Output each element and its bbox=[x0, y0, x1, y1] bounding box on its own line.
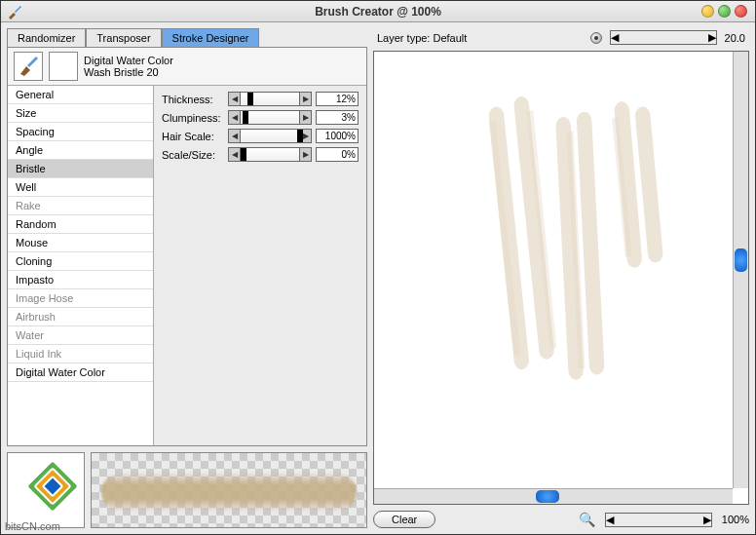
prop-label: Scale/Size: bbox=[162, 149, 224, 161]
category-item[interactable]: Mouse bbox=[8, 234, 153, 252]
category-item[interactable]: Angle bbox=[8, 141, 153, 160]
zoom-slider[interactable]: ◀▶ bbox=[605, 513, 712, 527]
category-item: Image Hose bbox=[8, 289, 153, 308]
prop-value[interactable]: 3% bbox=[316, 110, 359, 125]
category-item: Liquid Ink bbox=[8, 345, 153, 363]
titlebar: Brush Creator @ 100% bbox=[1, 1, 755, 22]
canvas-area bbox=[373, 51, 749, 505]
category-item[interactable]: Well bbox=[8, 178, 153, 197]
arrow-right-icon[interactable]: ▶ bbox=[299, 111, 311, 124]
arrow-right-icon[interactable]: ▶ bbox=[299, 148, 311, 161]
tab-transposer[interactable]: Transposer bbox=[86, 28, 161, 47]
brush-category-selector[interactable] bbox=[14, 52, 43, 81]
zoom-button[interactable] bbox=[718, 5, 731, 18]
arrow-left-icon[interactable]: ◀ bbox=[229, 111, 241, 124]
category-item: Airbrush bbox=[8, 308, 153, 326]
brush-creator-window: Brush Creator @ 100% Randomizer Transpos… bbox=[0, 0, 756, 535]
brush-category-label: Digital Water Color bbox=[84, 55, 173, 66]
category-item[interactable]: Cloning bbox=[8, 252, 153, 271]
layer-radio[interactable] bbox=[590, 32, 602, 44]
category-item[interactable]: Impasto bbox=[8, 271, 153, 289]
tab-bar: Randomizer Transposer Stroke Designer bbox=[7, 28, 367, 47]
category-item[interactable]: Bristle bbox=[8, 160, 153, 178]
prop-value[interactable]: 1000% bbox=[316, 129, 359, 143]
layer-type-label: Layer type: Default bbox=[377, 32, 467, 44]
prop-label: Clumpiness: bbox=[162, 112, 224, 124]
brush-variant-label: Wash Bristle 20 bbox=[84, 66, 173, 78]
prop-value[interactable]: 0% bbox=[316, 147, 359, 162]
horizontal-scrollbar[interactable] bbox=[374, 488, 733, 504]
category-item[interactable]: Digital Water Color bbox=[8, 363, 153, 382]
prop-label: Thickness: bbox=[162, 94, 224, 105]
arrow-right-icon[interactable]: ▶ bbox=[299, 93, 311, 105]
arrow-left-icon[interactable]: ◀ bbox=[229, 130, 241, 142]
prop-slider[interactable]: ◀▶ bbox=[228, 147, 312, 162]
size-slider[interactable]: ◀▶ bbox=[610, 30, 717, 45]
stroke-designer-panel: Digital Water Color Wash Bristle 20 Gene… bbox=[7, 47, 367, 446]
app-icon bbox=[7, 4, 22, 19]
watermark: bitsCN.com bbox=[5, 520, 60, 532]
property-panel: Thickness:◀▶12%Clumpiness:◀▶3%Hair Scale… bbox=[154, 86, 366, 445]
prop-slider[interactable]: ◀▶ bbox=[228, 110, 312, 125]
magnifier-icon: 🔍 bbox=[579, 512, 595, 527]
prop-label: Hair Scale: bbox=[162, 131, 224, 142]
category-item: Water bbox=[8, 326, 153, 345]
vertical-scrollbar[interactable] bbox=[733, 52, 748, 488]
brush-variant-selector[interactable] bbox=[49, 52, 78, 81]
category-item[interactable]: Size bbox=[8, 104, 153, 123]
arrow-left-icon[interactable]: ◀ bbox=[229, 93, 241, 105]
prop-slider[interactable]: ◀▶ bbox=[228, 92, 312, 106]
prop-value[interactable]: 12% bbox=[316, 92, 359, 106]
stroke-preview bbox=[91, 452, 367, 528]
arrow-left-icon[interactable]: ◀ bbox=[229, 148, 241, 161]
tab-randomizer[interactable]: Randomizer bbox=[7, 28, 86, 47]
window-controls bbox=[701, 5, 747, 18]
category-item[interactable]: Spacing bbox=[8, 123, 153, 141]
category-item[interactable]: Random bbox=[8, 215, 153, 234]
canvas[interactable] bbox=[374, 52, 733, 488]
clear-button[interactable]: Clear bbox=[373, 511, 435, 528]
size-value: 20.0 bbox=[725, 32, 745, 44]
dab-preview bbox=[7, 452, 85, 528]
prop-slider[interactable]: ◀▶ bbox=[228, 129, 312, 143]
tab-stroke-designer[interactable]: Stroke Designer bbox=[162, 28, 260, 47]
category-list: GeneralSizeSpacingAngleBristleWellRakeRa… bbox=[8, 86, 154, 445]
category-item: Rake bbox=[8, 197, 153, 215]
close-button[interactable] bbox=[735, 5, 747, 18]
category-item[interactable]: General bbox=[8, 86, 153, 104]
zoom-value: 100% bbox=[722, 514, 749, 525]
window-title: Brush Creator @ 100% bbox=[315, 5, 441, 19]
minimize-button[interactable] bbox=[701, 5, 714, 18]
